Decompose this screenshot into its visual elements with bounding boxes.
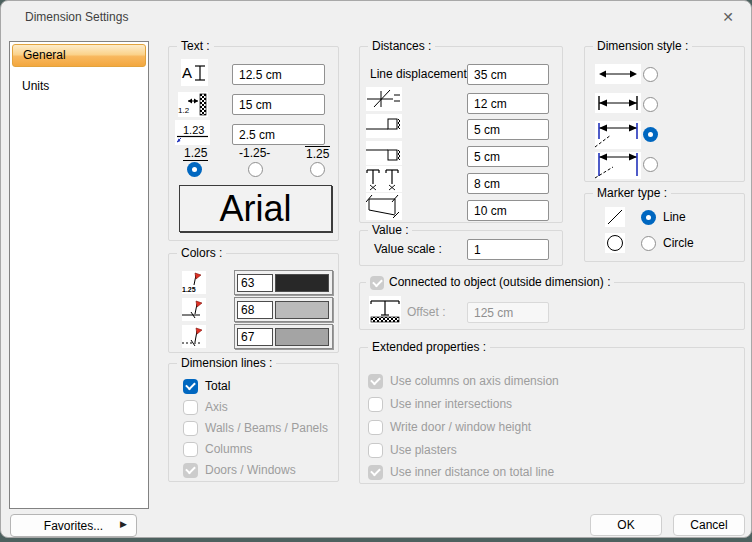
columns-label: Columns — [205, 442, 252, 457]
connected-group: Connected to object (outside dimension) … — [359, 282, 745, 330]
text-pos-underline-label: 1.25 — [183, 146, 208, 161]
text-color-swatch — [275, 274, 329, 292]
offset-field: 125 cm — [467, 302, 549, 323]
text-decimal-field[interactable]: 2.5 cm — [232, 124, 325, 145]
favorites-button-label: Favorites... — [44, 519, 103, 533]
intersection-distance-field[interactable]: 12 cm — [467, 93, 549, 114]
use-columns-axis-row[interactable]: Use columns on axis dimension — [368, 374, 559, 389]
style-short-extension-radio[interactable] — [643, 127, 658, 142]
connected-checkbox[interactable] — [370, 276, 384, 290]
favorites-button[interactable]: Favorites... ▶ — [10, 514, 137, 537]
columns-checkbox[interactable] — [183, 442, 198, 457]
use-plasters-row[interactable]: Use plasters — [368, 443, 457, 458]
style-arrow-end-bars-icon — [595, 93, 641, 113]
dimension-line-color-icon — [182, 298, 206, 321]
connected-legend: Connected to object (outside dimension) … — [366, 275, 614, 290]
marker-line-row[interactable]: Line — [641, 210, 686, 225]
text-offset-field[interactable]: 15 cm — [232, 94, 325, 115]
write-door-window-height-label: Write door / window height — [390, 420, 531, 435]
use-plasters-label: Use plasters — [390, 443, 457, 458]
extended-properties-title: Extended properties : — [368, 340, 490, 355]
use-inner-intersections-label: Use inner intersections — [390, 397, 512, 412]
line-displacement-label: Line displacement : — [370, 64, 473, 85]
use-columns-axis-checkbox[interactable] — [368, 374, 383, 389]
column-distance-field[interactable]: 8 cm — [467, 173, 549, 194]
distances-group: Distances : Line displacement : 35 cm 12… — [359, 46, 563, 223]
dimension-line-color-button[interactable]: 68 — [234, 297, 333, 322]
use-inner-intersections-checkbox[interactable] — [368, 397, 383, 412]
svg-text:1.25: 1.25 — [182, 286, 196, 293]
dimension-lines-group: Dimension lines : Total Axis Walls / Bea… — [168, 363, 339, 482]
use-inner-intersections-row[interactable]: Use inner intersections — [368, 397, 512, 412]
marker-circle-label: Circle — [663, 236, 694, 251]
text-pos-overline-radio[interactable] — [310, 162, 325, 177]
text-group-title: Text : — [177, 39, 214, 54]
marker-circle-row[interactable]: Circle — [641, 236, 694, 251]
style-long-extension-radio[interactable] — [643, 157, 658, 172]
text-pos-underline-radio[interactable] — [187, 162, 202, 177]
door-window-distance-field[interactable]: 10 cm — [467, 200, 549, 221]
marker-type-title: Marker type : — [593, 186, 671, 201]
walls-beams-panels-checkbox[interactable] — [183, 421, 198, 436]
line-marker-icon — [605, 207, 625, 227]
wall-end-down-distance-icon — [366, 141, 402, 165]
doors-windows-checkbox-row[interactable]: Doors / Windows — [183, 463, 296, 478]
text-pos-inline-radio[interactable] — [248, 162, 263, 177]
extended-properties-group: Extended properties : Use columns on axi… — [359, 347, 745, 484]
title-bar[interactable]: Dimension Settings ✕ — [1, 1, 751, 33]
axis-checkbox-row[interactable]: Axis — [183, 400, 228, 415]
marker-circle-radio[interactable] — [641, 236, 656, 251]
helper-line-color-swatch — [275, 328, 329, 346]
svg-text:A: A — [182, 64, 192, 81]
ok-button[interactable]: OK — [590, 514, 662, 536]
dimension-line-color-swatch — [275, 301, 329, 319]
beam-offset-icon — [369, 296, 401, 324]
window-title: Dimension Settings — [25, 10, 128, 24]
distances-group-title: Distances : — [368, 39, 435, 54]
total-checkbox[interactable] — [183, 379, 198, 394]
use-inner-distance-checkbox[interactable] — [368, 465, 383, 480]
category-list: General Units — [9, 41, 149, 509]
sidebar-item-general[interactable]: General — [12, 44, 146, 67]
walls-beams-panels-label: Walls / Beams / Panels — [205, 421, 328, 436]
font-button[interactable]: Arial — [179, 185, 332, 232]
write-door-window-height-row[interactable]: Write door / window height — [368, 420, 531, 435]
colors-group-title: Colors : — [177, 246, 226, 261]
style-plain-arrow-radio[interactable] — [643, 67, 658, 82]
value-scale-field[interactable]: 1 — [467, 239, 549, 260]
axis-checkbox[interactable] — [183, 400, 198, 415]
cancel-button[interactable]: Cancel — [673, 514, 745, 536]
line-displacement-field[interactable]: 35 cm — [467, 64, 549, 85]
doors-windows-checkbox[interactable] — [183, 463, 198, 478]
style-arrow-end-bars-radio[interactable] — [643, 97, 658, 112]
style-long-extension-icon — [595, 152, 641, 179]
walls-beams-panels-checkbox-row[interactable]: Walls / Beams / Panels — [183, 421, 328, 436]
dimension-line-color-value: 68 — [237, 301, 273, 319]
dimension-lines-group-title: Dimension lines : — [177, 356, 276, 371]
text-group: Text : A 12.5 cm 1.2 15 cm 1.23 — [168, 46, 339, 241]
text-offset-icon: 1.2 — [178, 92, 208, 117]
connected-label: Connected to object (outside dimension) … — [389, 275, 610, 290]
use-inner-distance-row[interactable]: Use inner distance on total line — [368, 465, 554, 480]
text-color-button[interactable]: 63 — [234, 270, 333, 295]
wall-end-down-distance-field[interactable]: 5 cm — [467, 146, 549, 167]
dimension-style-title: Dimension style : — [593, 39, 692, 54]
helper-line-color-button[interactable]: 67 — [234, 324, 333, 349]
wall-end-up-distance-field[interactable]: 5 cm — [467, 119, 549, 140]
offset-label: Offset : — [407, 302, 445, 323]
columns-checkbox-row[interactable]: Columns — [183, 442, 252, 457]
dimension-settings-dialog: Dimension Settings ✕ General Units Favor… — [0, 0, 752, 538]
use-plasters-checkbox[interactable] — [368, 443, 383, 458]
sidebar-item-units[interactable]: Units — [12, 75, 146, 98]
close-icon[interactable]: ✕ — [719, 8, 737, 26]
axis-label: Axis — [205, 400, 228, 415]
text-height-field[interactable]: 12.5 cm — [232, 64, 325, 85]
total-checkbox-row[interactable]: Total — [183, 379, 230, 394]
total-label: Total — [205, 379, 230, 394]
helper-line-color-value: 67 — [237, 328, 273, 346]
write-door-window-height-checkbox[interactable] — [368, 420, 383, 435]
doors-windows-label: Doors / Windows — [205, 463, 296, 478]
text-pos-overline-label: 1.25 — [305, 146, 330, 161]
svg-text:1.23: 1.23 — [183, 124, 204, 136]
marker-line-radio[interactable] — [641, 210, 656, 225]
